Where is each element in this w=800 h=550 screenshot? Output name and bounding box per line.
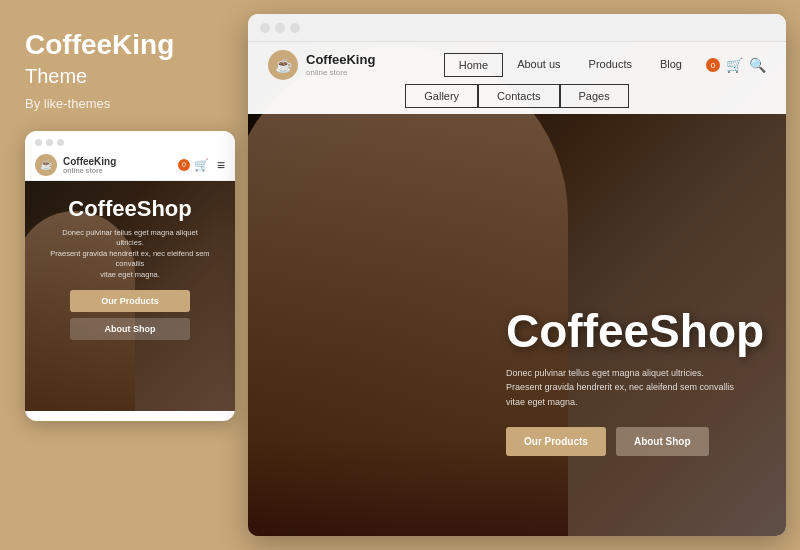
desktop-navigation: ☕ CoffeeKing online store Home About us … <box>248 42 786 114</box>
desktop-hero-content: CoffeeShop Donec pulvinar tellus eget ma… <box>506 308 766 456</box>
desktop-titlebar <box>248 14 786 42</box>
mobile-cart-icon[interactable]: 🛒 <box>194 158 209 172</box>
desktop-hero-title: CoffeeShop <box>506 308 766 354</box>
desktop-dot-2 <box>275 23 285 33</box>
desktop-our-products-button[interactable]: Our Products <box>506 427 606 456</box>
mobile-dot-3 <box>57 139 64 146</box>
mobile-hero: CoffeeShop Donec pulvinar tellus eget ma… <box>25 181 235 411</box>
nav-blog[interactable]: Blog <box>646 53 696 77</box>
desktop-logo-icon: ☕ <box>268 50 298 80</box>
theme-by: By like-themes <box>25 96 223 111</box>
desktop-cart-badge: 0 <box>706 58 720 72</box>
desktop-dot-1 <box>260 23 270 33</box>
mobile-about-shop-button[interactable]: About Shop <box>70 318 190 340</box>
mobile-mockup: ☕ CoffeeKing online store 0 🛒 ≡ CoffeeSh… <box>25 131 235 421</box>
mobile-our-products-button[interactable]: Our Products <box>70 290 190 312</box>
nav-contacts[interactable]: Contacts <box>478 84 559 108</box>
nav-about[interactable]: About us <box>503 53 574 77</box>
mobile-logo-icon: ☕ <box>35 154 57 176</box>
nav-gallery[interactable]: Gallery <box>405 84 478 108</box>
mobile-menu-icon[interactable]: ≡ <box>217 157 225 173</box>
desktop-person-area <box>248 42 568 536</box>
desktop-content: ☕ CoffeeKing online store Home About us … <box>248 42 786 536</box>
mobile-cart-badge: 0 <box>178 159 190 171</box>
theme-subtitle: Theme <box>25 65 223 88</box>
mobile-dot-2 <box>46 139 53 146</box>
desktop-nav-row2: Gallery Contacts Pages <box>268 84 766 114</box>
desktop-person-silhouette <box>248 46 568 536</box>
desktop-cta-buttons: Our Products About Shop <box>506 427 766 456</box>
nav-home[interactable]: Home <box>444 53 503 77</box>
desktop-nav-items: Home About us Products Blog <box>444 53 696 77</box>
desktop-about-shop-button[interactable]: About Shop <box>616 427 709 456</box>
desktop-dot-3 <box>290 23 300 33</box>
mobile-hero-content: CoffeeShop Donec pulvinar tellus eget ma… <box>25 196 235 341</box>
desktop-cart-icon[interactable]: 🛒 <box>726 57 743 73</box>
left-panel: CoffeeKing Theme By like-themes ☕ Coffee… <box>0 0 248 550</box>
desktop-nav-icons: 0 🛒 🔍 <box>706 57 766 73</box>
desktop-hero-description: Donec pulvinar tellus eget magna aliquet… <box>506 366 766 409</box>
desktop-search-icon[interactable]: 🔍 <box>749 57 766 73</box>
mobile-cta-buttons: Our Products About Shop <box>37 290 223 340</box>
nav-products[interactable]: Products <box>575 53 646 77</box>
mobile-hero-title: CoffeeShop <box>37 196 223 222</box>
theme-title: CoffeeKing <box>25 30 223 61</box>
mobile-dot-1 <box>35 139 42 146</box>
desktop-logo-text: CoffeeKing online store <box>306 53 375 76</box>
mobile-logo-text: CoffeeKing online store <box>63 156 172 174</box>
desktop-nav-row1: ☕ CoffeeKing online store Home About us … <box>268 42 766 84</box>
mobile-titlebar <box>25 131 235 150</box>
desktop-logo: ☕ CoffeeKing online store <box>268 50 375 80</box>
mobile-header: ☕ CoffeeKing online store 0 🛒 ≡ <box>25 150 235 181</box>
mobile-hero-description: Donec pulvinar tellus eget magna aliquet… <box>37 228 223 281</box>
desktop-mockup: ☕ CoffeeKing online store Home About us … <box>248 14 786 536</box>
mobile-cart-area: 0 🛒 ≡ <box>178 157 225 173</box>
nav-pages[interactable]: Pages <box>560 84 629 108</box>
